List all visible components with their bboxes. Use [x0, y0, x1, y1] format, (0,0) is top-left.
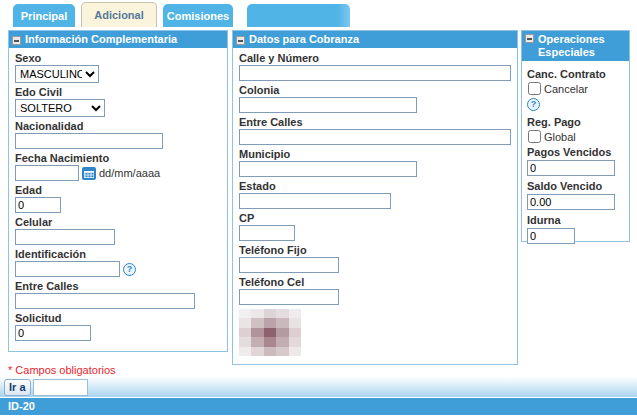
telefono-fijo-label: Teléfono Fijo: [239, 244, 511, 256]
global-checkbox[interactable]: [528, 130, 541, 143]
tab-principal-label: Principal: [21, 10, 67, 22]
idurna-input[interactable]: [527, 228, 575, 244]
colonia-label: Colonia: [239, 84, 511, 96]
collapse-icon[interactable]: [12, 36, 21, 45]
tab-adicional-label: Adicional: [94, 9, 144, 21]
identificacion-label: Identificación: [15, 248, 221, 260]
tab-adicional[interactable]: Adicional: [81, 2, 157, 27]
calle-numero-label: Calle y Número: [239, 52, 511, 64]
global-label: Global: [544, 131, 576, 143]
edo-civil-select[interactable]: SOLTERO: [15, 99, 105, 117]
solicitud-input[interactable]: [15, 325, 91, 341]
municipio-input[interactable]: [239, 161, 417, 177]
nacionalidad-label: Nacionalidad: [15, 120, 221, 132]
entre-calles-input[interactable]: [15, 293, 195, 309]
redacted-photo: [239, 309, 301, 356]
panel-ops-title: Operaciones Especiales: [538, 33, 626, 59]
edad-label: Edad: [15, 184, 221, 196]
edad-input[interactable]: [15, 197, 61, 213]
tab-comisiones-label: Comisiones: [167, 10, 229, 22]
cancelar-checkbox[interactable]: [528, 82, 541, 95]
fecha-format-hint: dd/mm/aaaa: [99, 167, 160, 179]
help-icon[interactable]: ?: [527, 98, 540, 111]
telefono-cel-label: Teléfono Cel: [239, 276, 511, 288]
telefono-cel-input[interactable]: [239, 289, 339, 305]
help-icon[interactable]: ?: [123, 263, 136, 276]
reg-pago-label: Reg. Pago: [527, 115, 624, 129]
entre-calles-cobranza-input[interactable]: [239, 129, 511, 145]
tab-principal[interactable]: Principal: [13, 4, 75, 27]
panel-info-header: Información Complementaria: [9, 31, 227, 48]
pagos-vencidos-label: Pagos Vencidos: [527, 146, 624, 159]
identificacion-input[interactable]: [15, 261, 120, 277]
required-fields-note: * Campos obligatorios: [8, 364, 116, 376]
panel-informacion-complementaria: Información Complementaria Sexo MASCULIN…: [8, 30, 228, 352]
nacionalidad-input[interactable]: [15, 133, 163, 149]
cancelar-label: Cancelar: [544, 83, 588, 95]
saldo-vencido-label: Saldo Vencido: [527, 180, 624, 193]
panel-info-title: Información Complementaria: [25, 33, 177, 46]
fecha-nacimiento-input[interactable]: [15, 165, 79, 181]
cp-input[interactable]: [239, 225, 295, 241]
calle-numero-input[interactable]: [239, 65, 511, 81]
idurna-label: Idurna: [527, 214, 624, 227]
celular-input[interactable]: [15, 229, 115, 245]
panel-operaciones-especiales: Operaciones Especiales Canc. Contrato Ca…: [521, 30, 630, 242]
celular-label: Celular: [15, 216, 221, 228]
entre-calles-cobranza-label: Entre Calles: [239, 116, 511, 128]
saldo-vencido-input[interactable]: [527, 194, 615, 210]
calendar-icon[interactable]: [82, 167, 96, 180]
sexo-label: Sexo: [15, 52, 221, 64]
solicitud-label: Solicitud: [15, 312, 221, 324]
pagos-vencidos-input[interactable]: [527, 160, 615, 176]
estado-label: Estado: [239, 180, 511, 192]
goto-bar: Ir a: [0, 377, 637, 397]
municipio-label: Municipio: [239, 148, 511, 160]
sexo-select[interactable]: MASCULINO: [15, 65, 99, 83]
collapse-icon[interactable]: [525, 34, 534, 43]
fecha-nacimiento-label: Fecha Nacimiento: [15, 152, 221, 164]
goto-input[interactable]: [33, 379, 88, 396]
panel-cobranza-header: Datos para Cobranza: [233, 31, 517, 48]
colonia-input[interactable]: [239, 97, 417, 113]
canc-contrato-label: Canc. Contrato: [527, 67, 624, 81]
estado-input[interactable]: [239, 193, 391, 209]
record-id-bar: ID-20: [0, 398, 637, 415]
record-id-label: ID-20: [8, 400, 35, 412]
panel-datos-para-cobranza: Datos para Cobranza Calle y Número Colon…: [232, 30, 518, 365]
cp-label: CP: [239, 212, 511, 224]
panel-cobranza-title: Datos para Cobranza: [249, 33, 359, 46]
edo-civil-label: Edo Civil: [15, 86, 221, 98]
panel-ops-header: Operaciones Especiales: [522, 31, 629, 61]
collapse-icon[interactable]: [236, 36, 245, 45]
tab-comisiones[interactable]: Comisiones: [163, 4, 233, 27]
telefono-fijo-input[interactable]: [239, 257, 339, 273]
tab-blank[interactable]: [247, 4, 350, 27]
entre-calles-label: Entre Calles: [15, 280, 221, 292]
goto-button[interactable]: Ir a: [4, 379, 31, 396]
form-screen: Principal Adicional Comisiones Informaci…: [0, 0, 637, 419]
